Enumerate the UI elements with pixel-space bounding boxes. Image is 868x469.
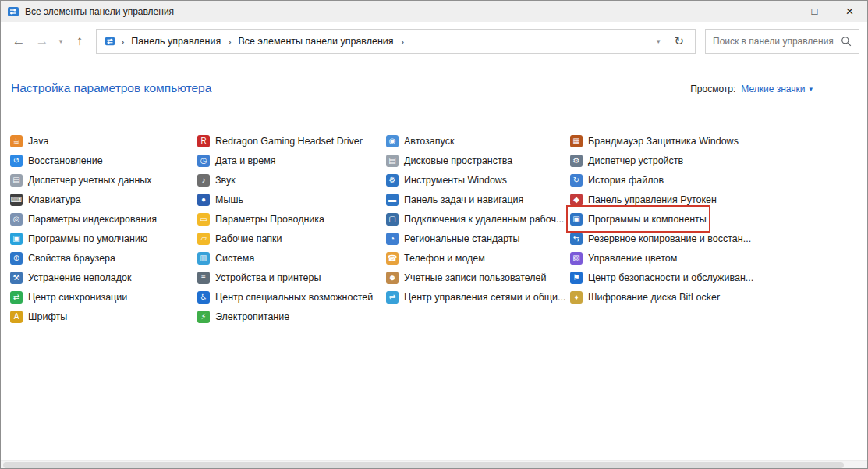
control-panel-item-label: Панель задач и навигация [404,194,523,205]
breadcrumb-all-items[interactable]: Все элементы панели управления [236,34,397,49]
address-bar[interactable]: › Панель управления › Все элементы панел… [96,29,696,54]
control-panel-item[interactable]: ▱Рабочие папки [197,229,282,248]
phone-modem-icon: ☎ [386,252,399,265]
control-panel-item[interactable]: ◆Панель управления Рутокен [570,190,717,209]
minimize-button[interactable]: – [762,1,797,22]
control-panel-item[interactable]: ↻История файлов [570,170,664,190]
user-accounts-icon: ☻ [386,272,399,284]
close-button[interactable]: × [832,1,867,22]
autoplay-icon: ◉ [386,135,399,147]
control-panel-item[interactable]: ⊕Свойства браузера [10,248,115,268]
control-panel-item[interactable]: ♪Звук [197,170,236,190]
control-panel-item[interactable]: ▦Брандмауэр Защитника Windows [570,131,739,151]
items-column: RRedragon Gaming Headset Driver◷Дата и в… [197,131,386,326]
file-history-icon: ↻ [570,174,583,187]
control-panel-item[interactable]: ◎Параметры индексирования [10,209,157,229]
devices-printers-icon: ≡ [197,272,210,284]
control-panel-item[interactable]: ▤Дисковые пространства [386,151,512,170]
control-panel-item[interactable]: ▧Управление цветом [570,248,677,268]
control-panel-item[interactable]: RRedragon Gaming Headset Driver [197,131,363,151]
control-panel-item[interactable]: ◷Дата и время [197,151,276,170]
control-panel-item[interactable]: ◔Региональные стандарты [386,229,520,248]
control-panel-item-label: Рабочие папки [215,233,282,244]
windows-tools-icon: ⚙ [386,174,399,187]
refresh-icon[interactable]: ↻ [668,34,690,48]
control-panel-icon [105,36,115,47]
rutoken-icon: ◆ [570,194,583,206]
control-panel-item-label: Java [28,136,48,147]
control-panel-item[interactable]: ⚡Электропитание [197,307,289,326]
control-panel-item[interactable]: ♿Центр специальных возможностей [197,287,373,307]
control-panel-item-label: Брандмауэр Защитника Windows [588,136,739,147]
control-panel-item[interactable]: ▥Система [197,248,254,268]
fonts-icon: A [10,311,23,323]
security-maintenance-icon: ⚑ [570,272,583,284]
control-panel-item-label: Система [215,253,254,264]
control-panel-item[interactable]: ↺Восстановление [10,151,103,170]
breadcrumb-control-panel[interactable]: Панель управления [128,34,224,49]
control-panel-item-label: Программы и компоненты [588,214,707,225]
control-panel-item[interactable]: ⇆Резервное копирование и восстан... [570,229,751,248]
mouse-icon: ● [197,194,210,206]
horizontal-scrollbar[interactable] [1,460,867,468]
control-panel-item-label: Дата и время [215,155,276,166]
control-panel-item-label: Региональные стандарты [404,233,520,244]
sound-icon: ♪ [197,174,210,187]
control-panel-item[interactable]: ⚒Устранение неполадок [10,268,131,287]
view-dropdown[interactable]: Мелкие значки ▾ [741,83,813,94]
control-panel-window: Все элементы панели управления – □ × ← →… [0,0,868,469]
titlebar-left: Все элементы панели управления [7,5,174,18]
control-panel-item[interactable]: ⚙Инструменты Windows [386,170,507,190]
control-panel-item[interactable]: ⚑Центр безопасности и обслуживан... [570,268,753,287]
control-panel-item[interactable]: ▢Подключения к удаленным рабоч... [386,209,564,229]
control-panel-item-label: Звук [215,175,236,186]
control-panel-item[interactable]: ◉Автозапуск [386,131,454,151]
search-icon[interactable] [841,36,852,47]
control-panel-item-label: Центр синхронизации [28,292,127,303]
control-panel-item-label: Устройства и принтеры [215,272,321,283]
search-box[interactable] [705,29,859,54]
region-icon: ◔ [386,233,399,245]
redragon-driver-icon: R [197,135,210,147]
control-panel-item[interactable]: ⚙Диспетчер устройств [570,151,683,170]
window-title: Все элементы панели управления [25,6,174,17]
firewall-icon: ▦ [570,135,583,147]
address-dropdown-icon[interactable]: ▾ [649,37,668,45]
network-center-icon: ⇌ [386,291,399,304]
control-panel-item-label: Подключения к удаленным рабоч... [404,214,564,225]
control-panel-item[interactable]: ♦Шифрование диска BitLocker [570,287,720,307]
view-value: Мелкие значки [741,83,805,94]
control-panel-item-label: Инструменты Windows [404,175,507,186]
control-panel-item[interactable]: ☕Java [10,131,48,151]
back-button[interactable]: ← [7,30,30,53]
recent-locations-chevron-icon[interactable]: ▾ [54,30,68,53]
control-panel-item[interactable]: ⇌Центр управления сетями и общи... [386,287,565,307]
control-panel-item[interactable]: ▬Панель задач и навигация [386,190,523,209]
forward-button[interactable]: → [30,30,54,53]
control-panel-item[interactable]: ▭Параметры Проводника [197,209,324,229]
control-panel-item-label: Шрифты [28,311,67,322]
control-panel-item[interactable]: ▣Программы по умолчанию [10,229,147,248]
control-panel-item[interactable]: ▣Программы и компоненты [570,209,707,229]
work-folders-icon: ▱ [197,233,210,245]
control-panel-item[interactable]: ●Мышь [197,190,243,209]
content-header: Настройка параметров компьютера Просмотр… [1,81,867,95]
control-panel-item[interactable]: AШрифты [10,307,67,326]
control-panel-item-label: Redragon Gaming Headset Driver [215,136,363,147]
control-panel-item[interactable]: ⌨Клавиатура [10,190,81,209]
main-content: Настройка параметров компьютера Просмотр… [1,61,867,326]
control-panel-item[interactable]: ▤Диспетчер учетных данных [10,170,152,190]
control-panel-item[interactable]: ☎Телефон и модем [386,248,485,268]
control-panel-item[interactable]: ☻Учетные записи пользователей [386,268,547,287]
items-column: ▦Брандмауэр Защитника Windows⚙Диспетчер … [570,131,858,326]
up-button[interactable]: ↑ [68,30,91,53]
internet-options-icon: ⊕ [10,252,23,265]
control-panel-item-label: Мышь [215,194,243,205]
items-column: ☕Java↺Восстановление▤Диспетчер учетных д… [10,131,197,326]
scrollbar-thumb[interactable] [3,462,844,468]
search-input[interactable] [713,36,836,47]
control-panel-item[interactable]: ⇄Центр синхронизации [10,287,127,307]
view-label: Просмотр: [690,83,735,94]
maximize-button[interactable]: □ [797,1,832,22]
control-panel-item[interactable]: ≡Устройства и принтеры [197,268,321,287]
